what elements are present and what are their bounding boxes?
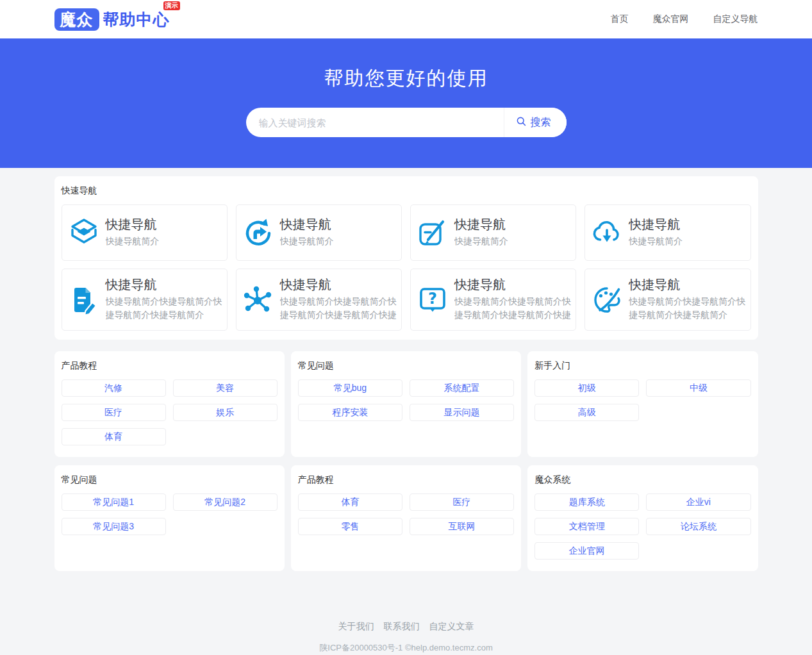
panel-button-grid: 常见bug系统配置程序安装显示问题 <box>298 379 514 421</box>
quick-nav-card-desc: 快捷导航简介快捷导航简介快捷导航简介快捷导航简介快捷 <box>280 295 397 322</box>
quick-nav-card-text: 快捷导航快捷导航简介 <box>106 217 160 248</box>
quick-nav-card[interactable]: 快捷导航快捷导航简介快捷导航简介快捷导航简介快捷导航简介 <box>584 269 750 331</box>
quick-nav-card-text: 快捷导航快捷导航简介 <box>454 217 508 248</box>
quick-nav-card-title: 快捷导航 <box>629 217 683 231</box>
quick-nav-card-text: 快捷导航快捷导航简介快捷导航简介快捷导航简介快捷导航简介 <box>106 278 222 322</box>
edit-square-icon <box>417 217 448 248</box>
panel-button-grid: 常见问题1常见问题2常见问题3 <box>62 493 278 535</box>
list-button[interactable]: 显示问题 <box>410 404 514 421</box>
panel-title: 新手入门 <box>534 360 750 372</box>
list-button[interactable]: 互联网 <box>410 518 514 535</box>
quick-nav-cards: 快捷导航快捷导航简介快捷导航快捷导航简介快捷导航快捷导航简介快捷导航快捷导航简介… <box>62 204 751 331</box>
main-content: 快速导航 快捷导航快捷导航简介快捷导航快捷导航简介快捷导航快捷导航简介快捷导航快… <box>54 176 758 571</box>
quick-nav-card-desc: 快捷导航简介 <box>280 235 334 248</box>
panel-beginner-guide: 新手入门初级中级高级 <box>527 351 758 457</box>
quick-nav-card[interactable]: ?快捷导航快捷导航简介快捷导航简介快捷导航简介快捷导航简介快捷 <box>410 269 576 331</box>
list-button[interactable]: 美容 <box>173 379 278 397</box>
quick-nav-card-text: 快捷导航快捷导航简介 <box>629 217 683 248</box>
list-button[interactable]: 程序安装 <box>298 404 402 421</box>
quick-nav-card-text: 快捷导航快捷导航简介快捷导航简介快捷导航简介快捷导航简介 <box>629 278 745 322</box>
list-button[interactable]: 汽修 <box>62 379 166 397</box>
quick-nav-card-desc: 快捷导航简介 <box>454 235 508 248</box>
quick-nav-card[interactable]: 快捷导航快捷导航简介 <box>584 204 750 261</box>
panel-faq-2: 常见问题常见问题1常见问题2常见问题3 <box>54 465 285 571</box>
list-button[interactable]: 高级 <box>534 404 639 421</box>
cloud-download-icon <box>592 217 622 248</box>
quick-nav-card-title: 快捷导航 <box>280 278 397 292</box>
quick-nav-card-desc: 快捷导航简介 <box>629 235 683 248</box>
list-button[interactable]: 常见bug <box>298 379 402 397</box>
search-button-label: 搜索 <box>531 116 551 129</box>
panel-title: 产品教程 <box>298 474 514 486</box>
list-button[interactable]: 体育 <box>298 493 402 511</box>
quick-nav-card-desc: 快捷导航简介 <box>106 235 160 248</box>
quick-nav-card[interactable]: 快捷导航快捷导航简介快捷导航简介快捷导航简介快捷导航简介快捷 <box>236 269 402 331</box>
panel-button-grid: 初级中级高级 <box>534 379 750 421</box>
list-button[interactable]: 初级 <box>534 379 639 397</box>
panel-button-grid: 题库系统企业vi文档管理论坛系统企业官网 <box>534 493 750 560</box>
nav-custom[interactable]: 自定义导航 <box>713 13 758 25</box>
list-button[interactable]: 常见问题1 <box>62 493 166 511</box>
quick-nav-card-text: 快捷导航快捷导航简介 <box>280 217 334 248</box>
list-button[interactable]: 题库系统 <box>534 493 639 511</box>
panel-title: 常见问题 <box>298 360 514 372</box>
panel-mozhong-systems: 魔众系统题库系统企业vi文档管理论坛系统企业官网 <box>527 465 758 571</box>
search-button[interactable]: 搜索 <box>504 108 567 137</box>
hero-section: 帮助您更好的使用 搜索 <box>0 38 812 168</box>
document-pencil-icon <box>69 285 99 315</box>
footer-link-custom-article[interactable]: 自定义文章 <box>429 621 474 633</box>
demo-badge: 演示 <box>163 1 180 10</box>
footer-link-about[interactable]: 关于我们 <box>338 621 374 633</box>
list-button[interactable]: 企业官网 <box>534 542 639 560</box>
category-panels: 产品教程汽修美容医疗娱乐体育常见问题常见bug系统配置程序安装显示问题新手入门初… <box>54 351 758 571</box>
layers-box-icon <box>69 217 99 248</box>
quick-nav-card[interactable]: 快捷导航快捷导航简介 <box>410 204 576 261</box>
hero-title: 帮助您更好的使用 <box>0 65 812 92</box>
list-button[interactable]: 医疗 <box>62 404 166 421</box>
panel-faq: 常见问题常见bug系统配置程序安装显示问题 <box>291 351 521 457</box>
top-nav: 首页魔众官网自定义导航 <box>611 13 758 25</box>
quick-nav-card-title: 快捷导航 <box>280 217 334 231</box>
svg-text:?: ? <box>428 290 437 308</box>
quick-nav-section: 快速导航 快捷导航快捷导航简介快捷导航快捷导航简介快捷导航快捷导航简介快捷导航快… <box>54 176 758 340</box>
list-button[interactable]: 企业vi <box>646 493 750 511</box>
nav-official-site[interactable]: 魔众官网 <box>653 13 689 25</box>
quick-nav-card[interactable]: 快捷导航快捷导航简介 <box>62 204 228 261</box>
list-button[interactable]: 体育 <box>62 428 166 445</box>
footer-link-contact[interactable]: 联系我们 <box>384 621 420 633</box>
list-button[interactable]: 文档管理 <box>534 518 639 535</box>
panel-button-grid: 汽修美容医疗娱乐体育 <box>62 379 278 445</box>
list-button[interactable]: 论坛系统 <box>646 518 750 535</box>
nav-home[interactable]: 首页 <box>611 13 629 25</box>
list-button[interactable]: 娱乐 <box>173 404 278 421</box>
list-button[interactable]: 常见问题2 <box>173 493 278 511</box>
copyright: 陕ICP备20000530号-1 ©help.demo.tecmz.com <box>0 642 812 654</box>
quick-nav-card-title: 快捷导航 <box>629 278 745 292</box>
site-name: 帮助中心 <box>103 10 170 28</box>
quick-nav-card-title: 快捷导航 <box>106 217 160 231</box>
header: 魔众 帮助中心 演示 首页魔众官网自定义导航 <box>0 0 812 38</box>
quick-nav-card[interactable]: 快捷导航快捷导航简介快捷导航简介快捷导航简介快捷导航简介 <box>62 269 228 331</box>
list-button[interactable]: 常见问题3 <box>62 518 166 535</box>
search-bar: 搜索 <box>246 108 567 137</box>
search-icon <box>516 116 527 129</box>
panel-title: 产品教程 <box>62 360 278 372</box>
list-button[interactable]: 医疗 <box>410 493 514 511</box>
panel-product-tutorials-2: 产品教程体育医疗零售互联网 <box>291 465 521 571</box>
quick-nav-card-title: 快捷导航 <box>454 217 508 231</box>
logo[interactable]: 魔众 帮助中心 演示 <box>54 8 170 31</box>
palette-brush-icon <box>592 285 622 315</box>
logo-mark: 魔众 <box>54 8 99 31</box>
list-button[interactable]: 零售 <box>298 518 402 535</box>
quick-nav-section-title: 快速导航 <box>62 185 751 197</box>
search-input[interactable] <box>246 108 504 137</box>
list-button[interactable]: 中级 <box>646 379 750 397</box>
quick-nav-card-title: 快捷导航 <box>454 278 571 292</box>
footer: 关于我们联系我们自定义文章 陕ICP备20000530号-1 ©help.dem… <box>0 571 812 655</box>
panel-title: 常见问题 <box>62 474 278 486</box>
quick-nav-card-title: 快捷导航 <box>106 278 222 292</box>
quick-nav-card[interactable]: 快捷导航快捷导航简介 <box>236 204 402 261</box>
rotate-arrow-icon <box>243 217 274 248</box>
list-button[interactable]: 系统配置 <box>410 379 514 397</box>
quick-nav-card-text: 快捷导航快捷导航简介快捷导航简介快捷导航简介快捷导航简介快捷 <box>280 278 397 322</box>
